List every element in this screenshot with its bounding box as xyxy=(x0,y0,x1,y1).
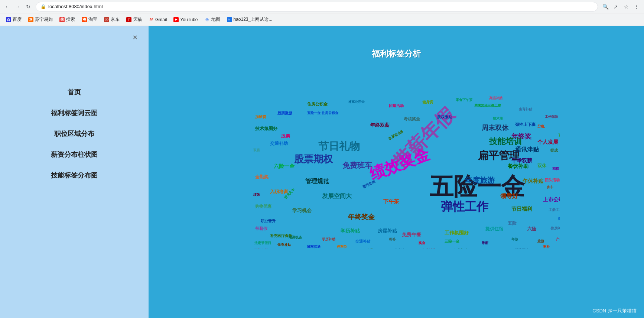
gmail-icon: M xyxy=(149,17,154,22)
wordcloud-word: 全勤奖 xyxy=(255,175,269,179)
search-button[interactable]: 🔍 xyxy=(601,2,610,11)
wordcloud-word: 工作氛围好 xyxy=(445,230,469,235)
sidebar: × 首页福利标签词云图职位区域分布薪资分布柱状图技能标签分布图 xyxy=(0,26,149,318)
nav-item-wordcloud[interactable]: 福利标签词云图 xyxy=(46,106,102,120)
wordcloud-word: 旅游 xyxy=(537,240,544,243)
url-text: localhost:8080/index.html xyxy=(48,4,103,9)
wordcloud-word: 分红 xyxy=(537,124,545,128)
gmail-label: Gmail xyxy=(155,17,167,22)
wordcloud-word: 房屋补贴 xyxy=(378,228,397,233)
taobao-icon: 淘 xyxy=(82,17,87,22)
suning-icon: 苏 xyxy=(28,17,33,22)
nav-item-region[interactable]: 职位区域分布 xyxy=(50,127,99,140)
wordcloud-word: 高温补贴 xyxy=(489,97,502,100)
youtube-label: YouTube xyxy=(180,17,198,22)
wordcloud-word: 带薪假 xyxy=(255,227,267,231)
hao123-label: hao123_上网从这... xyxy=(234,16,273,23)
wordcloud-word: 个人发展 xyxy=(537,139,558,145)
bookmark-tianmao[interactable]: T 天猫 xyxy=(123,15,145,24)
baidu-icon: 百 xyxy=(6,17,11,22)
nav-item-skills[interactable]: 技能标签分布图 xyxy=(46,169,102,182)
wordcloud-word: 子女教育 xyxy=(558,134,560,137)
ditu-icon: ◎ xyxy=(205,17,210,22)
bookmark-youtube[interactable]: ▶ YouTube xyxy=(170,16,201,24)
wordcloud-word: 绩效 xyxy=(253,193,260,197)
wordcloud-word: 餐饮补助 xyxy=(508,163,528,169)
wordcloud-word: 股权激励 xyxy=(437,115,452,119)
wordcloud-word: 车补 xyxy=(543,245,550,249)
search-label: 搜索 xyxy=(66,16,75,23)
wordcloud-word: 工伤保险 xyxy=(545,115,558,119)
bookmark-gmail[interactable]: M Gmail xyxy=(146,16,170,24)
wordcloud-word: 奖金 xyxy=(419,241,425,245)
baidu-label: 百度 xyxy=(13,16,22,23)
bookmark-suning[interactable]: 苏 苏宁易购 xyxy=(25,15,56,24)
search-icon: 搜 xyxy=(59,17,65,22)
wordcloud-word: 免费午餐 xyxy=(402,232,421,237)
jd-icon: JD xyxy=(104,17,109,22)
bookmark-jd[interactable]: JD 京东 xyxy=(101,15,123,24)
wordcloud-word: 学习机会 xyxy=(292,208,312,213)
nav-item-home[interactable]: 首页 xyxy=(63,85,85,99)
wordcloud-word: 交通补贴 xyxy=(355,240,370,243)
wordcloud-word: 交通补助 xyxy=(270,141,288,146)
bookmark-search[interactable]: 搜 搜索 xyxy=(56,15,78,24)
wordcloud-word: 加班费 xyxy=(255,115,266,119)
wordcloud-word: 双薪 xyxy=(253,149,260,152)
wordcloud-word: 技术氛围好 xyxy=(255,126,277,131)
browser-actions: 🔍 ➚ ☆ ⋮ xyxy=(601,2,641,11)
wordcloud-word: 通讯津贴 xyxy=(515,147,539,153)
wordcloud-word: 提成 xyxy=(550,149,558,152)
wordcloud-word: 职业晋升 xyxy=(261,219,276,223)
refresh-button[interactable]: ↻ xyxy=(24,2,33,11)
secure-icon: 🔒 xyxy=(40,4,46,9)
wordcloud-word: 股票期权 xyxy=(294,154,333,164)
wordcloud-word: 期权 xyxy=(552,167,559,171)
wordcloud-word: 上市公司 xyxy=(543,197,560,202)
nav-buttons: ← → ↻ xyxy=(3,2,33,11)
address-bar[interactable]: 🔒 localhost:8080/index.html xyxy=(36,2,598,12)
wordcloud-word: 餐补 xyxy=(389,238,396,241)
wordcloud-word: 六险一金 xyxy=(274,163,295,169)
wordcloud-word: 班车接送 xyxy=(307,245,321,249)
wordcloud-word: 带薪 xyxy=(482,241,488,245)
tianmao-label: 天猫 xyxy=(133,16,142,23)
wordcloud-word: 健身补贴 xyxy=(277,243,291,247)
wordcloud-word: 五险一金 住房公积金 xyxy=(307,111,338,115)
share-button[interactable]: ➚ xyxy=(611,2,620,11)
youtube-icon: ▶ xyxy=(173,17,179,22)
wordcloud-word: 年终奖 xyxy=(511,133,531,140)
wordcloud-word: 股票 xyxy=(281,134,290,138)
back-button[interactable]: ← xyxy=(3,2,12,11)
hao123-icon: h xyxy=(227,17,232,22)
taobao-label: 淘宝 xyxy=(88,16,97,23)
wordcloud-word: 股票激励 xyxy=(277,111,292,115)
wordcloud-word: 五险 xyxy=(508,221,517,225)
nav-item-salary[interactable]: 薪资分布柱状图 xyxy=(46,148,102,161)
wordcloud-word: 下午茶 xyxy=(383,199,399,204)
wordcloud-word: 领导好 xyxy=(500,193,518,199)
ditu-label: 地图 xyxy=(211,16,220,23)
main-area: 福利标签分析 五险一金带薪年假绩效奖金弹性工作节日礼物股票期权扁平管理技能培训免… xyxy=(149,26,644,318)
wordcloud-word: 团队活动 xyxy=(545,178,560,182)
wordcloud-word: 午休补贴 xyxy=(523,178,543,184)
bookmark-hao123[interactable]: h hao123_上网从这... xyxy=(224,15,276,24)
bookmark-ditu[interactable]: ◎ 地图 xyxy=(202,15,223,24)
wordcloud-word: 病假工资 xyxy=(558,217,560,221)
wordcloud-word: 年假 xyxy=(511,238,518,241)
menu-button[interactable]: ⋮ xyxy=(632,2,641,11)
bookmark-baidu[interactable]: 百 百度 xyxy=(3,15,25,24)
wordcloud-word: 技术股 xyxy=(493,117,503,120)
wordcloud-word: 住房公积金 xyxy=(307,102,328,106)
wordcloud-word: 周末双休 xyxy=(482,124,508,131)
forward-button[interactable]: → xyxy=(13,2,22,11)
close-button[interactable]: × xyxy=(133,33,137,42)
footer-attribution: CSDN @一只笨猫猫 xyxy=(592,308,637,314)
star-button[interactable]: ☆ xyxy=(622,2,631,11)
bookmark-taobao[interactable]: 淘 淘宝 xyxy=(79,15,100,24)
wordcloud-word: 管理规范 xyxy=(305,178,329,184)
wordcloud-word: 班车 xyxy=(547,186,553,189)
wordcloud-word: 产假 xyxy=(556,238,560,241)
wordcloud-word: 弹性工作 xyxy=(441,201,488,212)
wordcloud-word: 学历补助 xyxy=(322,238,335,241)
